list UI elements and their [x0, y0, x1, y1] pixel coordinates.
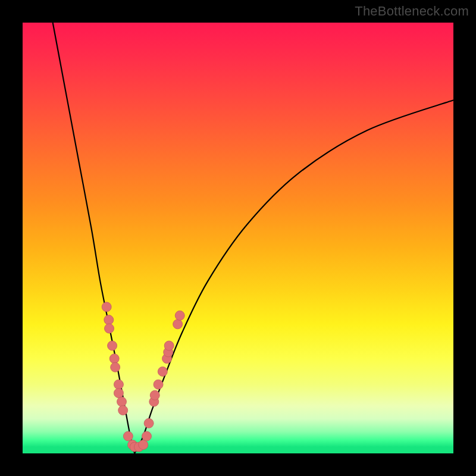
- data-dot: [111, 362, 120, 372]
- data-dot: [117, 397, 127, 406]
- data-dot: [114, 380, 123, 389]
- watermark-text: TheBottleneck.com: [355, 4, 469, 19]
- data-dot: [150, 390, 159, 400]
- data-dot: [164, 341, 174, 350]
- chart-frame: TheBottleneck.com: [0, 0, 476, 476]
- curve-left-branch: [53, 23, 135, 453]
- data-dot: [102, 302, 111, 312]
- data-dot: [105, 324, 114, 333]
- data-dot: [114, 389, 123, 398]
- data-dot: [144, 418, 154, 428]
- data-dot: [139, 440, 148, 450]
- data-dot: [104, 315, 114, 325]
- data-dot: [175, 311, 184, 320]
- data-dot: [123, 431, 133, 441]
- plot-area: [23, 23, 453, 453]
- curve-svg: [23, 23, 453, 453]
- data-dot: [142, 431, 152, 441]
- data-dot: [173, 320, 183, 329]
- data-dot: [154, 380, 163, 389]
- data-dot: [118, 406, 128, 415]
- curve-right-branch: [134, 100, 453, 453]
- data-dot: [109, 354, 119, 364]
- data-dot: [108, 341, 117, 350]
- data-dot: [158, 367, 167, 376]
- dot-cluster: [102, 302, 184, 452]
